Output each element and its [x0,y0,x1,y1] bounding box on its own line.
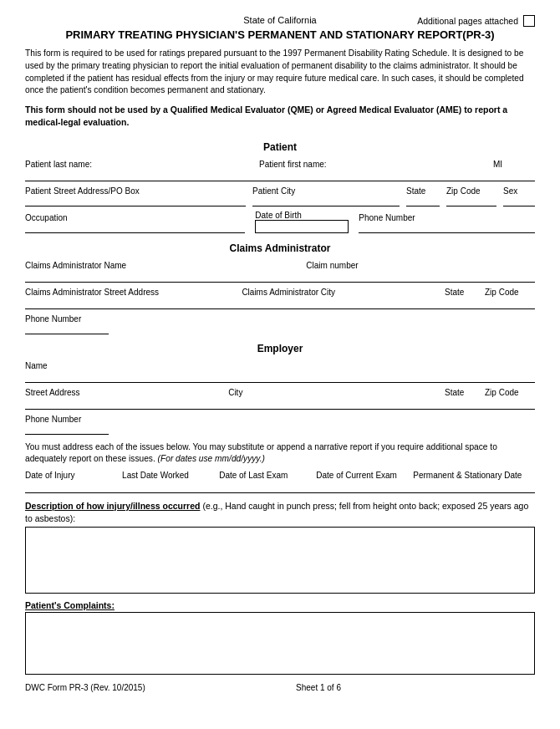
last-worked-label: Last Date Worked [122,471,216,480]
claims-city-label: Claims Administrator City [242,288,438,297]
warning-text: This form should not be used by a Qualif… [25,104,535,129]
employer-phone-label: Phone Number [25,415,109,424]
mi-label: MI [493,160,535,169]
dob-label: Date of Birth [255,211,302,220]
last-name-label: Patient last name: [25,160,252,169]
current-exam-label: Date of Current Exam [316,471,410,480]
phone-label: Phone Number [359,213,535,222]
ps-date-label: Permanent & Stationary Date [413,471,535,480]
claims-state-label: State [445,288,478,297]
employer-city-label: City [228,388,438,397]
city-label: Patient City [252,186,400,196]
employer-section-title: Employer [25,343,535,354]
injury-description-box[interactable] [25,527,535,594]
occupation-label: Occupation [25,213,245,222]
state-name: State of California [195,15,364,25]
employer-zip-label: Zip Code [485,388,535,397]
claims-section-title: Claims Administrator [25,242,535,254]
additional-pages-label: Additional pages attached [417,16,518,26]
claims-address-label: Claims Administrator Street Address [25,288,235,297]
employer-state-label: State [445,388,478,397]
employer-name-label: Name [25,361,192,370]
patient-section-title: Patient [25,141,535,153]
address-label: Patient Street Address/PO Box [25,186,246,196]
state-label: State [406,186,440,196]
page-title: PRIMARY TREATING PHYSICIAN'S PERMANENT A… [25,28,535,41]
sex-label: Sex [503,186,535,196]
additional-pages-checkbox[interactable] [523,15,535,27]
zip-label: Zip Code [446,186,496,196]
employer-address-label: Street Address [25,388,221,397]
complaints-heading: Patient's Complaints: [25,600,535,610]
claim-number-label: Claim number [306,261,535,270]
complaints-box[interactable] [25,612,535,675]
date-injury-label: Date of Injury [25,471,119,480]
last-exam-label: Date of Last Exam [219,471,313,480]
description-heading: Description of how injury/illness occurr… [25,500,535,524]
form-number: DWC Form PR-3 (Rev. 10/2015) [25,683,145,692]
sheet-number: Sheet 1 of 6 [145,683,492,692]
claims-zip-label: Zip Code [485,288,535,297]
intro-paragraph: This form is required to be used for rat… [25,48,535,97]
claims-phone-label: Phone Number [25,314,109,324]
dob-input-box[interactable] [255,220,349,233]
instructions-text: You must address each of the issues belo… [25,441,535,466]
first-name-label: Patient first name: [259,160,486,169]
claims-name-label: Claims Administrator Name [25,261,299,270]
